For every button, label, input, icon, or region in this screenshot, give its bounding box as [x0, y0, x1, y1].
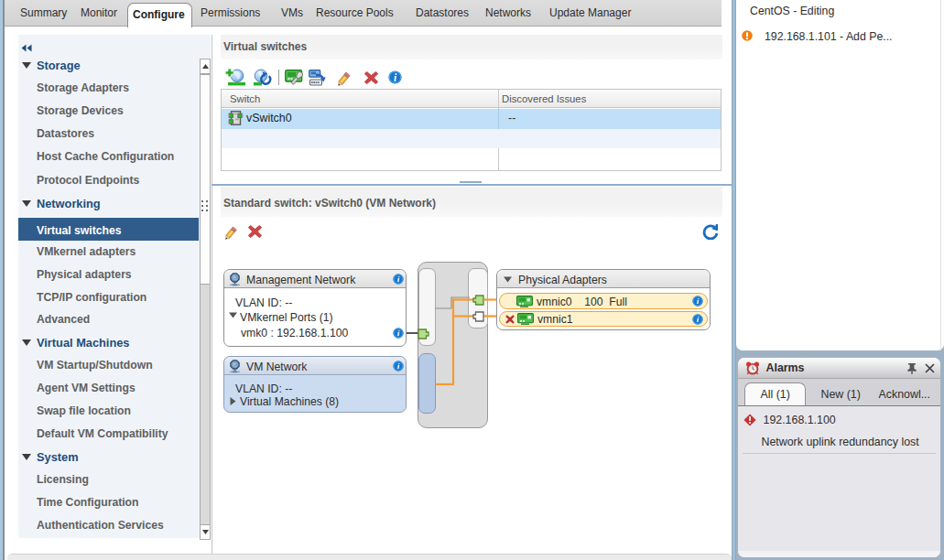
svg-text:i: i [697, 315, 700, 324]
svg-text:i: i [697, 296, 700, 306]
svg-text:i: i [397, 361, 400, 371]
svg-text:i: i [397, 328, 400, 338]
svg-text:i: i [397, 275, 400, 284]
